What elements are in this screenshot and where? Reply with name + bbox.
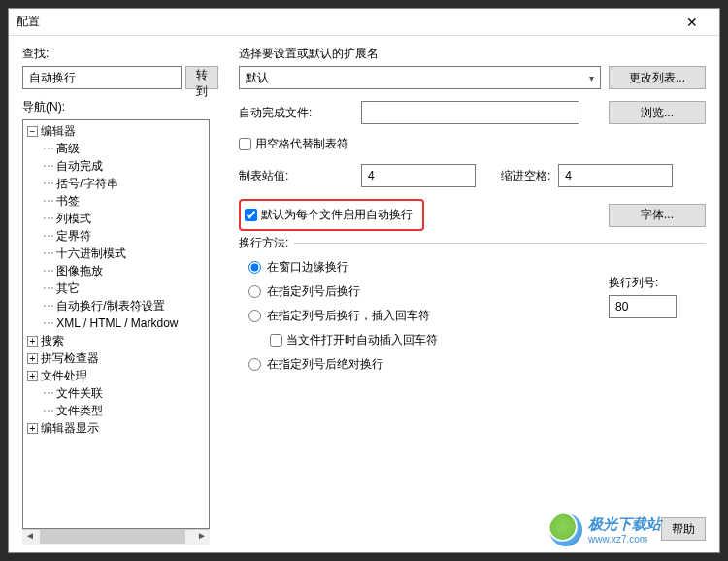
browse-button[interactable]: 浏览...: [609, 101, 706, 124]
tree-item[interactable]: −编辑器: [23, 122, 209, 140]
tree-item[interactable]: ⋯ 十六进制模式: [23, 245, 209, 262]
tree-toggle-icon[interactable]: +: [27, 371, 38, 381]
tree-item[interactable]: ⋯ 其它: [23, 280, 209, 297]
auto-insert-cr-checkbox[interactable]: 当文件打开时自动插入回车符: [270, 332, 706, 348]
autocomp-label: 自动完成文件:: [239, 105, 353, 121]
tree-item-label: 十六进制模式: [56, 247, 126, 260]
tree-item[interactable]: ⋯ 自动完成: [23, 157, 209, 175]
goto-button[interactable]: 转到: [185, 66, 218, 89]
tree-item-label: XML / HTML / Markdow: [56, 316, 178, 330]
tree-item-label: 自动完成: [56, 159, 103, 173]
enable-wrap-checkbox[interactable]: 默认为每个文件启用自动换行: [245, 207, 413, 223]
help-button[interactable]: 帮助: [661, 517, 706, 541]
nav-tree[interactable]: −编辑器⋯ 高级⋯ 自动完成⋯ 括号/字符串⋯ 书签⋯ 列模式⋯ 定界符⋯ 十六…: [22, 119, 210, 529]
wrap-method-group: 换行方法: 在窗口边缘换行 在指定列号后换行 在指定列号后换行，插入回车符 当文…: [239, 243, 706, 373]
search-input[interactable]: [22, 66, 182, 89]
tree-item[interactable]: ⋯ 列模式: [23, 210, 209, 227]
wrap-group-title: 换行方法:: [239, 235, 294, 251]
tree-item-label: 高级: [56, 142, 80, 155]
tree-toggle-icon[interactable]: +: [27, 423, 38, 434]
tab-stop-label: 制表站值:: [239, 168, 353, 184]
tree-item-label: 书签: [56, 194, 80, 208]
ext-label: 选择要设置或默认的扩展名: [239, 46, 706, 62]
tree-item-label: 文件处理: [41, 369, 87, 382]
watermark: 极光下载站 www.xz7.com: [549, 513, 661, 546]
ext-select-value: 默认: [246, 70, 269, 86]
font-button[interactable]: 字体...: [609, 204, 706, 227]
tree-item[interactable]: ⋯ 文件关联: [23, 384, 209, 402]
tree-item[interactable]: ⋯ 定界符: [23, 227, 209, 245]
wrap-radio-window-edge[interactable]: 在窗口边缘换行: [248, 259, 706, 276]
tree-item[interactable]: ⋯ 括号/字符串: [23, 175, 209, 192]
tree-item[interactable]: +文件处理: [23, 367, 209, 384]
search-label: 查找:: [22, 46, 210, 62]
tree-h-scrollbar[interactable]: ◄ ►: [22, 529, 210, 544]
tree-item[interactable]: ⋯ 文件类型: [23, 402, 209, 419]
tab-stop-input[interactable]: [361, 164, 476, 187]
tree-item[interactable]: ⋯ 图像拖放: [23, 262, 209, 280]
left-panel: 查找: 转到 导航(N): −编辑器⋯ 高级⋯ 自动完成⋯ 括号/字符串⋯ 书签…: [9, 36, 217, 552]
tree-item-label: 搜索: [41, 334, 64, 347]
scroll-right-icon[interactable]: ►: [194, 530, 210, 544]
indent-input[interactable]: [558, 164, 673, 187]
tree-item-label: 图像拖放: [56, 264, 103, 278]
dialog-title: 配置: [17, 14, 673, 30]
wrap-col-label: 换行列号:: [609, 275, 677, 291]
tree-toggle-icon[interactable]: −: [27, 126, 38, 137]
tree-item[interactable]: ⋯ XML / HTML / Markdow: [23, 314, 209, 332]
titlebar: 配置 ✕: [9, 9, 719, 36]
use-spaces-label: 用空格代替制表符: [255, 136, 348, 152]
autocomp-input[interactable]: [361, 101, 579, 124]
tree-item-label: 编辑器显示: [41, 421, 99, 435]
enable-wrap-check-input[interactable]: [245, 209, 257, 221]
wrap-column-group: 换行列号:: [609, 275, 677, 318]
close-button[interactable]: ✕: [673, 10, 711, 35]
tree-item[interactable]: +编辑器显示: [23, 419, 209, 437]
enable-wrap-highlight: 默认为每个文件启用自动换行: [239, 199, 424, 231]
tree-item-label: 其它: [56, 281, 80, 295]
enable-wrap-label: 默认为每个文件启用自动换行: [261, 207, 413, 223]
tree-item-label: 文件关联: [56, 386, 103, 400]
tree-item[interactable]: +拼写检查器: [23, 349, 209, 367]
wrap-radio-absolute[interactable]: 在指定列号后绝对换行: [248, 356, 706, 373]
watermark-url: www.xz7.com: [588, 534, 661, 544]
watermark-logo-icon: [549, 513, 582, 546]
right-panel: 选择要设置或默认的扩展名 默认 ▾ 更改列表... 自动完成文件: 浏览... …: [217, 36, 719, 552]
close-icon: ✕: [686, 15, 698, 30]
config-dialog: 配置 ✕ 查找: 转到 导航(N): −编辑器⋯ 高级⋯ 自动完成⋯ 括号/字符…: [8, 8, 720, 553]
tree-item[interactable]: ⋯ 高级: [23, 140, 209, 157]
tree-item-label: 定界符: [56, 229, 91, 243]
tree-item-label: 自动换行/制表符设置: [56, 299, 164, 313]
nav-label: 导航(N):: [22, 99, 210, 116]
scroll-left-icon[interactable]: ◄: [22, 530, 38, 544]
tree-item[interactable]: ⋯ 自动换行/制表符设置: [23, 297, 209, 314]
tree-item-label: 拼写检查器: [41, 351, 99, 365]
tree-item-label: 列模式: [56, 212, 91, 225]
wrap-col-input[interactable]: [609, 295, 677, 318]
tree-item-label: 括号/字符串: [56, 177, 117, 190]
scroll-thumb[interactable]: [40, 530, 185, 544]
ext-select[interactable]: 默认 ▾: [239, 66, 601, 89]
tree-item[interactable]: +搜索: [23, 332, 209, 349]
tree-item-label: 编辑器: [41, 124, 76, 138]
tree-toggle-icon[interactable]: +: [27, 336, 38, 346]
tree-item-label: 文件类型: [56, 404, 103, 417]
watermark-title: 极光下载站: [588, 515, 661, 534]
use-spaces-check-input[interactable]: [239, 138, 251, 150]
tree-toggle-icon[interactable]: +: [27, 353, 38, 364]
chevron-down-icon: ▾: [589, 73, 594, 83]
indent-label: 缩进空格:: [501, 168, 550, 184]
tree-item[interactable]: ⋯ 书签: [23, 192, 209, 210]
use-spaces-checkbox[interactable]: 用空格代替制表符: [239, 136, 348, 152]
change-list-button[interactable]: 更改列表...: [609, 66, 706, 89]
